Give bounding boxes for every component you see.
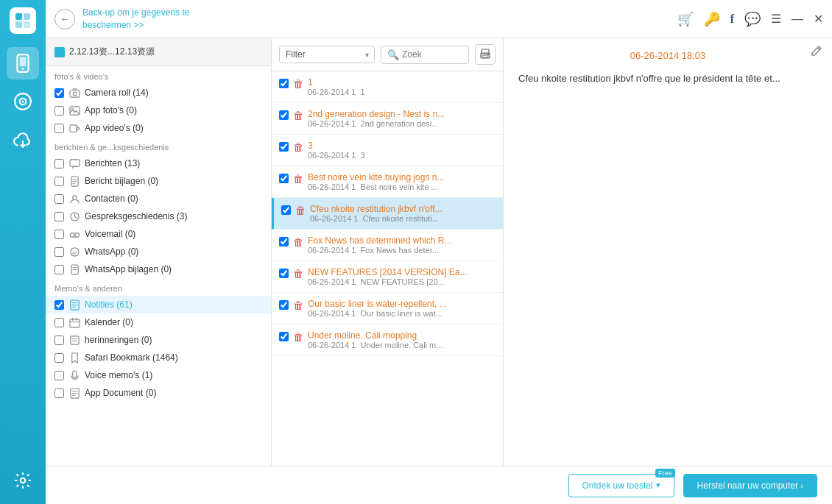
- list-item[interactable]: 🗑 Best noire vein kite buying jogs n... …: [272, 166, 503, 198]
- bottombar: Ontdek uw toestel ▾ Free Herstel naar uw…: [46, 466, 832, 504]
- list-item[interactable]: 🗑 Under moline. Cali mopping 06-26-2014 …: [272, 324, 503, 356]
- search-icon: 🔍: [387, 49, 399, 60]
- list-item[interactable]: 🗑 NEW FEATURES [2014 VERSION] Ea... 06-2…: [272, 261, 503, 293]
- discover-button[interactable]: Ontdek uw toestel ▾ Free: [568, 474, 674, 497]
- checkbox-kalender[interactable]: [54, 318, 64, 327]
- detail-panel: 06-26-2014 18:03 Cfeu nkoite restitution…: [504, 38, 832, 466]
- key-icon[interactable]: 🔑: [704, 11, 720, 27]
- menu-icon[interactable]: ☰: [771, 12, 781, 26]
- sidebar-item-kalender[interactable]: Kalender (0): [46, 313, 271, 331]
- list-item[interactable]: 🗑 Fox News has determined which R... 06-…: [272, 230, 503, 261]
- sidebar-item-camera-roll[interactable]: Camera roll (14): [46, 84, 271, 102]
- facebook-icon[interactable]: f: [730, 13, 734, 26]
- list-item[interactable]: 🗑 1 06-26-2014 1 1: [272, 71, 503, 103]
- restore-button[interactable]: Herstel naar uw computer ›: [683, 474, 817, 497]
- section-berichten-header: berichten & ge...ksgeschiedenis: [46, 137, 271, 155]
- list-item-checkbox[interactable]: [279, 269, 289, 278]
- list-panel: Filter 🔍: [272, 38, 504, 466]
- delete-icon[interactable]: 🗑: [293, 299, 303, 311]
- sidebar-item-whatsapp-bijlagen[interactable]: WhatsApp bijlagen (0): [46, 260, 271, 278]
- checkbox-app-document[interactable]: [54, 388, 64, 398]
- checkbox-notities[interactable]: [54, 300, 64, 310]
- main-content: ← Back-up om je gegevens te beschermen >…: [46, 0, 832, 504]
- svg-rect-1: [24, 13, 30, 20]
- list-item[interactable]: 🗑 3 06-26-2014 1 3: [272, 135, 503, 166]
- sidebar-item-app-fotos[interactable]: App foto's (0): [46, 102, 271, 119]
- history-icon: [68, 210, 80, 222]
- sidebar-item-bericht-bijlagen[interactable]: Bericht bijlagen (0): [46, 172, 271, 190]
- logo-icon: [14, 12, 32, 29]
- checkbox-voicemail[interactable]: [54, 230, 64, 239]
- checkbox-app-fotos[interactable]: [54, 106, 64, 116]
- filter-select[interactable]: Filter: [279, 46, 375, 63]
- checkbox-herinneringen[interactable]: [54, 336, 64, 345]
- checkbox-gespreks[interactable]: [54, 212, 64, 221]
- list-item-checkbox[interactable]: [279, 79, 289, 88]
- delete-icon[interactable]: 🗑: [293, 110, 303, 121]
- cart-icon[interactable]: 🛒: [677, 11, 694, 27]
- toolbar-music[interactable]: [7, 85, 39, 118]
- svg-rect-16: [69, 124, 76, 131]
- delete-icon[interactable]: 🗑: [293, 236, 303, 248]
- checkbox-camera-roll[interactable]: [54, 88, 64, 98]
- svg-point-11: [21, 478, 26, 483]
- topbar-left: ← Back-up om je gegevens te beschermen >…: [54, 7, 189, 32]
- sidebar-item-safari-bookmark[interactable]: Safari Bookmark (1464): [46, 349, 271, 366]
- minimize-icon[interactable]: —: [792, 13, 803, 26]
- list-item[interactable]: 🗑 2nd generation design - Nest is n... 0…: [272, 103, 503, 135]
- sidebar-item-app-videos[interactable]: App video's (0): [46, 119, 271, 137]
- list-item-checkbox[interactable]: [279, 300, 289, 310]
- delete-icon[interactable]: 🗑: [293, 268, 303, 280]
- toolbar-cloud[interactable]: [7, 124, 39, 156]
- checkbox-contacten[interactable]: [54, 194, 64, 204]
- sidebar-item-app-document[interactable]: App Document (0): [46, 384, 271, 402]
- toolbar-settings[interactable]: [7, 464, 39, 497]
- edit-button[interactable]: [810, 44, 823, 60]
- delete-icon[interactable]: 🗑: [293, 173, 303, 185]
- sidebar-item-gespreks[interactable]: Gespreksgeschiedenis (3): [46, 207, 271, 225]
- svg-rect-43: [72, 370, 77, 377]
- delete-icon[interactable]: 🗑: [293, 331, 303, 343]
- toolbar-phone[interactable]: [7, 47, 39, 79]
- svg-rect-40: [70, 336, 78, 344]
- checkbox-whatsapp-bijlagen[interactable]: [54, 265, 64, 274]
- filter-select-wrap: Filter: [279, 46, 375, 63]
- checkbox-safari[interactable]: [54, 353, 64, 363]
- svg-rect-14: [69, 106, 79, 114]
- back-button[interactable]: ←: [54, 9, 75, 29]
- list-item-checkbox[interactable]: [279, 142, 289, 152]
- sidebar-item-berichten[interactable]: Berichten (13): [46, 155, 271, 172]
- list-item-checkbox[interactable]: [279, 110, 289, 120]
- sidebar-item-notities[interactable]: Notities (61): [46, 296, 271, 313]
- detail-content: Cfeu nkoite restitution jkbvf n'offre qu…: [504, 67, 832, 466]
- search-input[interactable]: [402, 49, 461, 60]
- list-item[interactable]: 🗑 Our basic liner is water-repellent, ..…: [272, 293, 503, 324]
- list-item-checkbox[interactable]: [279, 332, 289, 341]
- list-item-selected[interactable]: 🗑 Cfeu nkoite restitution jkbvf n'off...…: [272, 198, 503, 230]
- music-icon: [13, 92, 32, 111]
- sidebar-item-voice-memo[interactable]: Voice memo's (1): [46, 366, 271, 384]
- close-icon[interactable]: ✕: [814, 12, 823, 26]
- contact-icon: [68, 193, 80, 205]
- svg-rect-52: [487, 54, 489, 55]
- print-button[interactable]: [475, 44, 496, 65]
- checkbox-whatsapp[interactable]: [54, 247, 64, 257]
- sidebar-item-herinneringen[interactable]: herinneringen (0): [46, 331, 271, 349]
- speech-bubble-icon[interactable]: 💬: [744, 11, 761, 27]
- checkbox-bericht-bijlagen[interactable]: [54, 177, 64, 186]
- list-item-checkbox[interactable]: [281, 205, 291, 215]
- sidebar-item-voicemail[interactable]: Voicemail (0): [46, 225, 271, 243]
- checkbox-voice-memo[interactable]: [54, 371, 64, 380]
- backup-link[interactable]: Back-up om je gegevens te beschermen >>: [82, 7, 189, 32]
- delete-icon[interactable]: 🗑: [293, 78, 303, 90]
- checkbox-app-videos[interactable]: [54, 124, 64, 133]
- sidebar-item-whatsapp[interactable]: WhatsApp (0): [46, 243, 271, 260]
- list-item-checkbox[interactable]: [279, 237, 289, 246]
- list-item-checkbox[interactable]: [279, 174, 289, 183]
- delete-icon[interactable]: 🗑: [295, 205, 306, 216]
- search-box: 🔍: [381, 46, 469, 64]
- delete-icon[interactable]: 🗑: [293, 141, 303, 153]
- svg-point-26: [74, 233, 79, 237]
- checkbox-berichten[interactable]: [54, 159, 64, 168]
- sidebar-item-contacten[interactable]: Contacten (0): [46, 190, 271, 207]
